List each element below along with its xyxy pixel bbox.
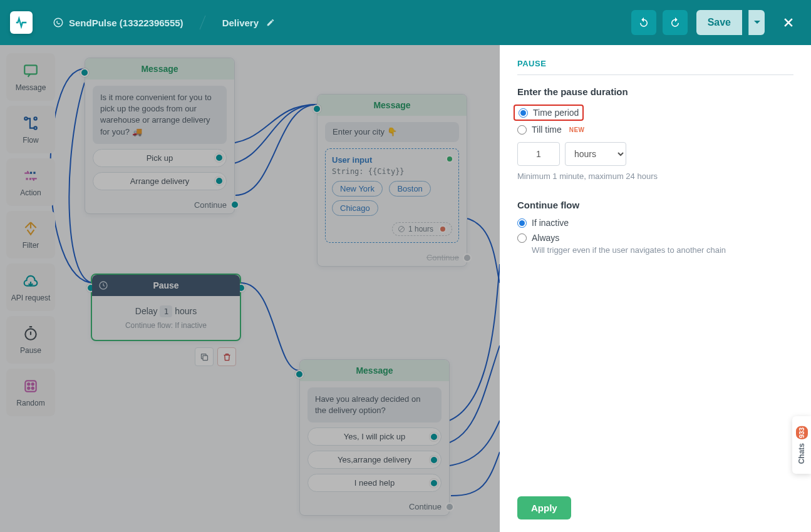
settings-panel: PAUSE Enter the pause duration Time peri… (500, 45, 811, 532)
duration-inputs: hours (517, 142, 793, 166)
duration-unit-select[interactable]: hours (565, 142, 626, 166)
logo[interactable] (10, 11, 33, 34)
pencil-icon[interactable] (266, 18, 275, 27)
breadcrumb-account[interactable]: SendPulse (13322396555) (45, 13, 191, 32)
chats-label: Chats (797, 443, 806, 464)
canvas-overlay[interactable] (0, 45, 500, 532)
breadcrumb: SendPulse (13322396555) Delivery (45, 10, 631, 35)
breadcrumb-flow[interactable]: Delivery (215, 14, 282, 32)
continue-flow-label: Continue flow (517, 200, 793, 210)
chats-count: 933 (796, 426, 808, 439)
caret-down-icon (754, 19, 760, 26)
redo-icon (669, 17, 681, 28)
radio-input[interactable] (517, 125, 527, 135)
undo-icon (638, 17, 649, 28)
radio-input[interactable] (519, 108, 528, 118)
new-badge: NEW (569, 126, 585, 133)
duration-label: Enter the pause duration (517, 86, 793, 97)
close-icon (782, 16, 795, 29)
save-button[interactable]: Save (696, 10, 742, 35)
pulse-icon (14, 16, 28, 29)
redo-button[interactable] (663, 10, 688, 35)
apply-button[interactable]: Apply (517, 496, 571, 519)
undo-button[interactable] (631, 10, 656, 35)
breadcrumb-separator (197, 10, 209, 35)
duration-value-input[interactable] (517, 142, 560, 166)
panel-title: PAUSE (517, 59, 793, 75)
svg-point-0 (54, 18, 63, 27)
chats-tab[interactable]: 933 Chats (792, 416, 811, 474)
duration-hint: Minimum 1 minute, maximum 24 hours (517, 171, 793, 182)
header-actions: Save (631, 10, 801, 35)
whatsapp-icon (53, 17, 64, 28)
radio-till-time[interactable]: Till time NEW (517, 125, 793, 135)
save-dropdown[interactable] (748, 10, 765, 35)
always-hint: Will trigger even if the user navigates … (532, 245, 793, 255)
header: SendPulse (13322396555) Delivery Save (0, 0, 811, 45)
radio-always[interactable]: Always (517, 233, 793, 243)
highlight-annotation: Time period (514, 105, 584, 121)
radio-input[interactable] (517, 218, 527, 228)
radio-input[interactable] (517, 233, 527, 243)
flow-name: Delivery (222, 18, 259, 28)
radio-if-inactive[interactable]: If inactive (517, 218, 793, 228)
radio-time-period[interactable]: Time period (519, 108, 579, 118)
close-button[interactable] (776, 10, 801, 35)
account-name: SendPulse (13322396555) (69, 18, 183, 28)
